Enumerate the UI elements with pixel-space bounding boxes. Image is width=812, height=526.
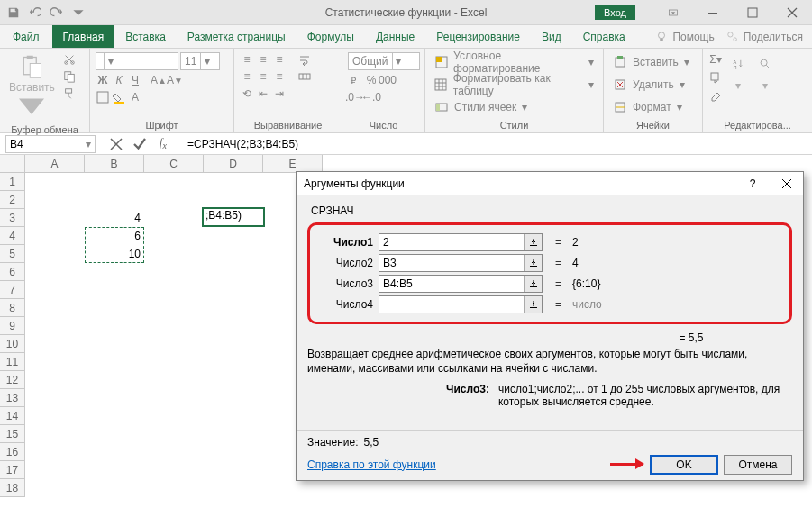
wrap-text-icon[interactable] bbox=[297, 52, 312, 67]
row-header[interactable]: 1 bbox=[0, 173, 25, 191]
sort-filter-icon[interactable]: АЯ bbox=[726, 52, 750, 76]
align-left-icon[interactable]: ≡ bbox=[240, 69, 254, 84]
increase-font-icon[interactable]: A▲ bbox=[151, 73, 166, 87]
range-selector-icon[interactable] bbox=[524, 234, 542, 250]
column-header[interactable]: A bbox=[25, 155, 85, 173]
insert-cells-button[interactable]: Вставить▾ bbox=[609, 52, 693, 72]
currency-icon[interactable]: ₽ bbox=[348, 73, 362, 87]
tab-file[interactable]: Файл bbox=[0, 25, 52, 48]
row-header[interactable]: 4 bbox=[0, 227, 25, 245]
fill-color-icon[interactable] bbox=[112, 90, 126, 104]
number-format-combo[interactable]: Общий▾ bbox=[348, 52, 420, 70]
cell-b3[interactable]: 4 bbox=[85, 209, 144, 227]
row-header[interactable]: 10 bbox=[0, 335, 25, 353]
decrease-font-icon[interactable]: A▼ bbox=[168, 73, 182, 87]
column-header[interactable]: C bbox=[144, 155, 204, 173]
undo-icon[interactable] bbox=[27, 5, 43, 21]
bold-icon[interactable]: Ж bbox=[96, 73, 110, 87]
format-painter-icon[interactable] bbox=[62, 86, 77, 101]
font-color-icon[interactable]: A bbox=[128, 90, 142, 104]
row-header[interactable]: 9 bbox=[0, 317, 25, 335]
row-header[interactable]: 15 bbox=[0, 425, 25, 443]
tab-view[interactable]: Вид bbox=[531, 25, 572, 48]
login-button[interactable]: Вход bbox=[595, 5, 635, 20]
merge-icon[interactable] bbox=[297, 69, 312, 84]
column-header[interactable]: E bbox=[263, 155, 323, 173]
tab-home[interactable]: Главная bbox=[52, 25, 115, 48]
ribbon-options-icon[interactable] bbox=[653, 0, 693, 25]
row-header[interactable]: 12 bbox=[0, 371, 25, 389]
range-selector-icon[interactable] bbox=[524, 296, 542, 313]
autosum-icon[interactable]: Σ▾ bbox=[708, 52, 723, 67]
increase-indent-icon[interactable]: ⇥ bbox=[272, 86, 287, 101]
arg4-input[interactable] bbox=[379, 296, 524, 313]
range-selector-icon[interactable] bbox=[524, 255, 542, 271]
cancel-button[interactable]: Отмена bbox=[724, 455, 792, 475]
row-header[interactable]: 18 bbox=[0, 479, 25, 497]
arg2-input[interactable] bbox=[379, 255, 524, 271]
row-header[interactable]: 17 bbox=[0, 461, 25, 479]
range-selector-icon[interactable] bbox=[524, 276, 542, 292]
row-header[interactable]: 11 bbox=[0, 353, 25, 371]
comma-icon[interactable]: 000 bbox=[380, 73, 395, 87]
tab-review[interactable]: Рецензирование bbox=[425, 25, 531, 48]
decrease-decimal-icon[interactable]: ←.0 bbox=[364, 90, 379, 104]
cell-styles-button[interactable]: Стили ячеек▾ bbox=[431, 97, 531, 117]
row-header[interactable]: 6 bbox=[0, 263, 25, 281]
row-header[interactable]: 2 bbox=[0, 191, 25, 209]
row-header[interactable]: 14 bbox=[0, 407, 25, 425]
minimize-icon[interactable] bbox=[693, 0, 733, 25]
increase-decimal-icon[interactable]: .0→ bbox=[348, 90, 362, 104]
cancel-formula-icon[interactable] bbox=[108, 136, 124, 152]
italic-icon[interactable]: К bbox=[112, 73, 126, 87]
row-header[interactable]: 5 bbox=[0, 245, 25, 263]
align-top-icon[interactable]: ≡ bbox=[240, 52, 254, 67]
qat-dropdown-icon[interactable] bbox=[70, 5, 87, 21]
formula-input[interactable] bbox=[184, 138, 812, 150]
arg1-input[interactable] bbox=[379, 234, 524, 250]
row-header[interactable]: 13 bbox=[0, 389, 25, 407]
tab-data[interactable]: Данные bbox=[365, 25, 425, 48]
share-button[interactable]: Поделиться bbox=[725, 30, 803, 44]
conditional-formatting-button[interactable]: Условное форматирование▾ bbox=[431, 52, 598, 72]
align-center-icon[interactable]: ≡ bbox=[256, 69, 270, 84]
dialog-help-icon[interactable]: ? bbox=[744, 177, 762, 190]
row-header[interactable]: 7 bbox=[0, 281, 25, 299]
tab-help[interactable]: Справка bbox=[572, 25, 636, 48]
paste-button[interactable]: Вставить bbox=[5, 52, 59, 122]
align-right-icon[interactable]: ≡ bbox=[272, 69, 287, 84]
name-box[interactable]: B4▾ bbox=[5, 135, 96, 153]
format-cells-button[interactable]: Формат▾ bbox=[609, 97, 686, 117]
column-header[interactable]: D bbox=[204, 155, 263, 173]
accept-formula-icon[interactable] bbox=[132, 136, 148, 152]
copy-icon[interactable] bbox=[62, 69, 77, 84]
help-link[interactable]: Справка по этой функции bbox=[307, 458, 436, 471]
orientation-icon[interactable]: ⟲ bbox=[240, 86, 254, 101]
tell-me-button[interactable]: Помощь bbox=[654, 30, 714, 44]
clear-icon[interactable] bbox=[708, 88, 723, 103]
tab-insert[interactable]: Вставка bbox=[114, 25, 177, 48]
underline-icon[interactable]: Ч bbox=[128, 73, 142, 87]
font-size-combo[interactable]: 11▾ bbox=[180, 52, 220, 70]
find-select-icon[interactable] bbox=[753, 52, 777, 76]
decrease-indent-icon[interactable]: ⇤ bbox=[256, 86, 270, 101]
redo-icon[interactable] bbox=[49, 5, 65, 21]
percent-icon[interactable]: % bbox=[364, 73, 379, 87]
row-header[interactable]: 3 bbox=[0, 209, 25, 227]
delete-cells-button[interactable]: Удалить▾ bbox=[609, 75, 689, 95]
ok-button[interactable]: OK bbox=[650, 455, 718, 475]
save-icon[interactable] bbox=[5, 5, 22, 21]
row-header[interactable]: 8 bbox=[0, 299, 25, 317]
maximize-icon[interactable] bbox=[733, 0, 772, 25]
fill-icon[interactable] bbox=[708, 70, 723, 85]
align-middle-icon[interactable]: ≡ bbox=[256, 52, 270, 67]
format-as-table-button[interactable]: Форматировать как таблицу▾ bbox=[431, 75, 598, 95]
select-all-corner[interactable] bbox=[0, 155, 25, 173]
arg3-input[interactable] bbox=[379, 276, 524, 292]
tab-layout[interactable]: Разметка страницы bbox=[177, 25, 297, 48]
active-cell[interactable]: ;B4:B5) bbox=[202, 207, 265, 227]
close-icon[interactable] bbox=[772, 0, 812, 25]
cut-icon[interactable] bbox=[62, 52, 77, 67]
font-name-combo[interactable]: ▾ bbox=[96, 52, 178, 70]
align-bottom-icon[interactable]: ≡ bbox=[272, 52, 287, 67]
